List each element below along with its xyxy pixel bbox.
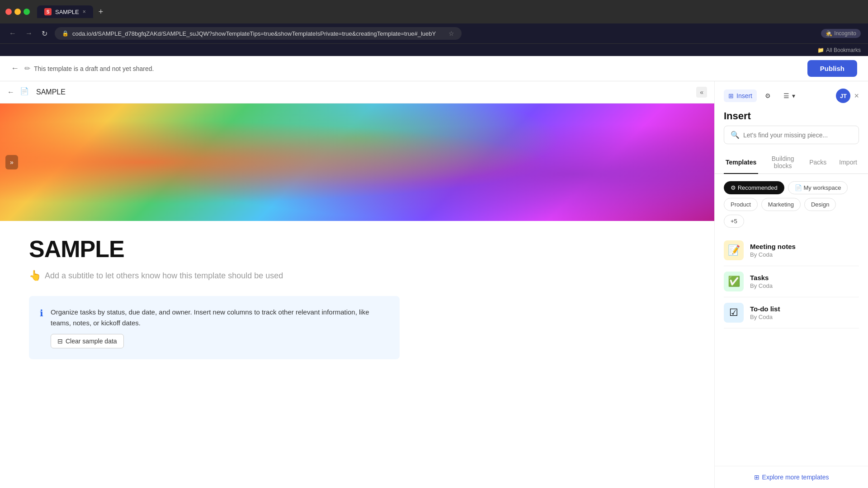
sidebar-toggle-button[interactable]: » (5, 155, 18, 169)
collapse-panel-button[interactable]: « (696, 87, 707, 98)
explore-icon: ⊞ (754, 474, 760, 481)
filter-product[interactable]: Product (724, 198, 758, 211)
active-tab[interactable]: S SAMPLE × (37, 5, 93, 18)
doc-toolbar: ← 📄 SAMPLE « (0, 81, 714, 103)
info-icon: ℹ (40, 308, 43, 319)
template-todo-name: To-do list (750, 305, 859, 313)
clear-sample-data-button[interactable]: ⊟ Clear sample data (51, 334, 124, 348)
list-item[interactable]: ✅ Tasks By Coda (724, 266, 859, 297)
doc-favicon-icon: 📄 (20, 87, 31, 98)
app-back-button[interactable]: ← (11, 64, 19, 73)
gear-icon: ⚙ (765, 92, 771, 99)
panel-toolbar: ⊞ Insert ⚙ ☰ ▾ (724, 89, 800, 102)
list-item[interactable]: ☑ To-do list By Coda (724, 297, 859, 328)
clear-btn-icon: ⊟ (57, 338, 63, 345)
back-button[interactable]: ← (7, 28, 18, 39)
filter-more[interactable]: +5 (724, 215, 744, 228)
recommended-icon: ⚙ (731, 184, 738, 191)
doc-back-button[interactable]: ← (7, 88, 14, 96)
hero-image: » (0, 103, 714, 221)
info-text: Organize tasks by status, due date, and … (51, 307, 389, 328)
template-meeting-notes-author: By Coda (750, 251, 859, 258)
search-icon: 🔍 (731, 131, 740, 139)
main-layout: ← 📄 SAMPLE « » SAMPLE 👆 Add a subtitle t… (0, 81, 868, 488)
user-avatar-button[interactable]: JT (836, 89, 850, 103)
bookmark-star-icon[interactable]: ☆ (448, 30, 454, 37)
close-panel-button[interactable]: × (854, 91, 859, 101)
lock-icon: 🔒 (62, 30, 69, 37)
browser-actions: 🕵 Incognito (821, 29, 861, 38)
all-bookmarks-link[interactable]: 📁 All Bookmarks (817, 47, 861, 53)
subtitle-icon: 👆 (29, 270, 41, 282)
template-todo-icon: ☑ (724, 303, 744, 323)
tab-templates[interactable]: Templates (724, 151, 758, 174)
filter-marketing[interactable]: Marketing (761, 198, 801, 211)
reload-button[interactable]: ↻ (40, 28, 49, 40)
draft-icon: ✏ (24, 64, 30, 73)
doc-subtitle-placeholder[interactable]: 👆 Add a subtitle to let others know how … (29, 270, 685, 282)
tab-packs[interactable]: Packs (807, 151, 828, 174)
incognito-badge: 🕵 Incognito (821, 29, 861, 38)
window-close-button[interactable] (5, 9, 12, 15)
bookmarks-icon: 📁 (817, 47, 824, 53)
template-todo-info: To-do list By Coda (750, 305, 859, 320)
template-tasks-author: By Coda (750, 282, 859, 289)
new-tab-button[interactable]: + (95, 5, 107, 19)
right-panel: ⊞ Insert ⚙ ☰ ▾ JT × Insert 🔍 (714, 81, 868, 488)
filter-recommended[interactable]: ⚙ Recommended (724, 181, 784, 194)
tab-bar: S SAMPLE × + (37, 5, 863, 19)
app-header: ← ✏ This template is a draft and not yet… (0, 56, 868, 81)
insert-label: Insert (736, 92, 752, 99)
template-meeting-notes-icon: 📝 (724, 240, 744, 260)
template-list: 📝 Meeting notes By Coda ✅ Tasks By Coda (715, 231, 868, 466)
template-tasks-name: Tasks (750, 274, 859, 282)
insert-button[interactable]: ⊞ Insert (724, 89, 757, 102)
template-meeting-notes-name: Meeting notes (750, 243, 859, 250)
template-tasks-icon: ✅ (724, 272, 744, 291)
browser-chrome: S SAMPLE × + (0, 0, 868, 23)
tab-building-blocks[interactable]: Building blocks (767, 151, 798, 174)
doc-title: SAMPLE (36, 88, 66, 96)
template-tasks-info: Tasks By Coda (750, 274, 859, 289)
panel-title: Insert (715, 103, 868, 126)
comments-button[interactable]: ☰ ▾ (779, 89, 800, 102)
info-box: ℹ Organize tasks by status, due date, an… (29, 296, 400, 359)
explore-more-link[interactable]: ⊞ Explore more templates (715, 466, 868, 488)
tab-favicon: S (44, 8, 52, 15)
address-bar: ← → ↻ 🔒 coda.io/d/SAMPLE_d78bgfqZAKd/SAM… (0, 23, 868, 43)
filter-chips-primary: ⚙ Recommended 📄 My workspace (715, 174, 868, 198)
insert-icon: ⊞ (728, 92, 734, 99)
comment-icon: ☰ (783, 92, 789, 99)
tabs-nav: Templates Building blocks Packs Import (715, 151, 868, 174)
search-input[interactable] (743, 131, 852, 139)
window-maximize-button[interactable] (24, 9, 30, 15)
tab-import[interactable]: Import (837, 151, 859, 174)
forward-button[interactable]: → (24, 28, 34, 39)
todo-emoji: ☑ (729, 307, 738, 319)
window-minimize-button[interactable] (14, 9, 21, 15)
incognito-icon: 🕵 (826, 30, 832, 37)
template-todo-author: By Coda (750, 314, 859, 320)
url-text: coda.io/d/SAMPLE_d78bgfqZAKd/SAMPLE_suJQ… (72, 30, 445, 37)
list-item[interactable]: 📝 Meeting notes By Coda (724, 235, 859, 266)
content-area: ← 📄 SAMPLE « » SAMPLE 👆 Add a subtitle t… (0, 81, 714, 488)
settings-button[interactable]: ⚙ (760, 89, 775, 102)
filter-my-workspace[interactable]: 📄 My workspace (788, 181, 848, 194)
doc-body: SAMPLE 👆 Add a subtitle to let others kn… (0, 221, 714, 374)
workspace-icon: 📄 (795, 184, 804, 191)
clear-btn-label: Clear sample data (66, 338, 117, 345)
draft-notice: ✏ This template is a draft and not yet s… (24, 64, 802, 73)
meeting-notes-emoji: 📝 (728, 244, 740, 256)
filter-chips-secondary: Product Marketing Design +5 (715, 198, 868, 231)
draft-notice-text: This template is a draft and not yet sha… (34, 65, 154, 72)
tab-title: SAMPLE (55, 9, 79, 15)
panel-header-toolbar: ⊞ Insert ⚙ ☰ ▾ JT × (715, 81, 868, 103)
filter-design[interactable]: Design (804, 198, 836, 211)
subtitle-placeholder-text: Add a subtitle to let others know how th… (45, 271, 283, 281)
search-box[interactable]: 🔍 (724, 126, 859, 144)
tasks-emoji: ✅ (728, 276, 740, 287)
bookmarks-bar: 📁 All Bookmarks (0, 43, 868, 56)
tab-close-button[interactable]: × (83, 9, 86, 15)
url-bar[interactable]: 🔒 coda.io/d/SAMPLE_d78bgfqZAKd/SAMPLE_su… (55, 27, 462, 40)
publish-button[interactable]: Publish (807, 60, 857, 77)
